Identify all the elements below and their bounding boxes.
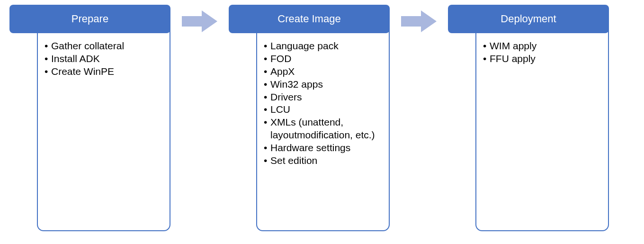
process-diagram: Prepare Gather collateral Install ADK Cr… — [9, 5, 635, 231]
stage-deployment: Deployment WIM apply FFU apply — [448, 5, 609, 231]
list-item: Drivers — [264, 91, 382, 104]
list-item: Create WinPE — [45, 65, 163, 78]
stage-body: WIM apply FFU apply — [475, 23, 609, 231]
list-item: Win32 apps — [264, 78, 382, 91]
list-item: Gather collateral — [45, 40, 163, 53]
stage-items: Gather collateral Install ADK Create Win… — [45, 40, 163, 78]
stage-prepare: Prepare Gather collateral Install ADK Cr… — [9, 5, 170, 231]
svg-marker-0 — [182, 10, 217, 32]
stage-items: WIM apply FFU apply — [483, 40, 601, 65]
list-item: Install ADK — [45, 53, 163, 65]
stage-items: Language pack FOD AppX Win32 apps Driver… — [264, 40, 382, 167]
svg-marker-1 — [401, 10, 437, 32]
arrow-icon — [182, 10, 217, 32]
stage-create-image: Create Image Language pack FOD AppX Win3… — [229, 5, 390, 231]
arrow-icon — [401, 10, 437, 32]
stage-header: Deployment — [448, 5, 609, 33]
stage-body: Language pack FOD AppX Win32 apps Driver… — [256, 23, 390, 231]
stage-body: Gather collateral Install ADK Create Win… — [37, 23, 170, 231]
list-item: Hardware settings — [264, 142, 382, 154]
stage-title: Create Image — [277, 13, 340, 25]
list-item: XMLs (unattend, layoutmodification, etc.… — [264, 116, 382, 142]
stage-title: Prepare — [72, 13, 108, 25]
list-item: Set edition — [264, 154, 382, 167]
list-item: AppX — [264, 65, 382, 78]
stage-title: Deployment — [501, 13, 556, 25]
stage-header: Create Image — [229, 5, 390, 33]
list-item: FOD — [264, 53, 382, 65]
list-item: WIM apply — [483, 40, 601, 53]
stage-header: Prepare — [9, 5, 170, 33]
list-item: Language pack — [264, 40, 382, 53]
list-item: FFU apply — [483, 53, 601, 65]
list-item: LCU — [264, 103, 382, 116]
